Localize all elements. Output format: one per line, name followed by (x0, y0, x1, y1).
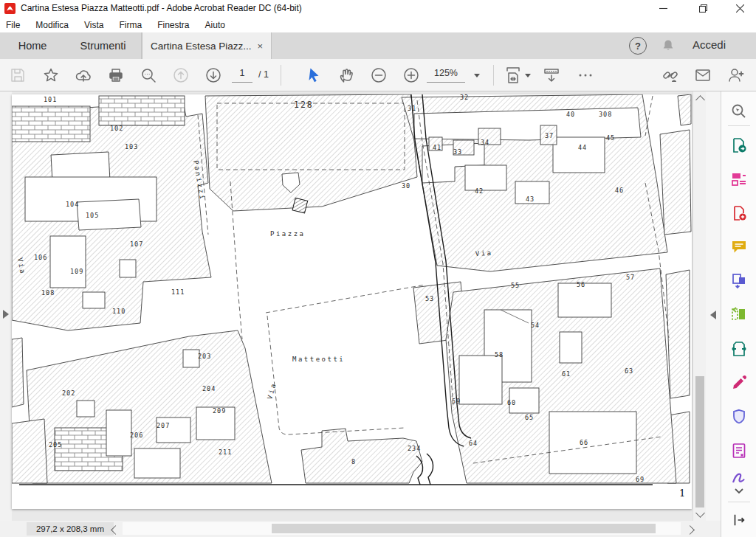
pdf-page[interactable]: 1 12810110210310410510610710810911011120… (12, 94, 692, 509)
parcel-label: 107 (130, 240, 143, 248)
menu-bar: File Modifica Vista Firma Finestra Aiuto (0, 17, 756, 32)
parcel-label: 8 (351, 458, 356, 465)
tools-sidebar (721, 91, 756, 537)
parcel-label: 30 (402, 182, 410, 190)
menu-modifica[interactable]: Modifica (35, 20, 69, 30)
parcel-label: 207 (157, 422, 170, 429)
left-pane-toggle[interactable] (3, 310, 9, 319)
expand-pane-button[interactable] (727, 509, 751, 531)
title-bar: Cartina Estesa Piazza Matteotti.pdf - Ad… (0, 0, 756, 17)
restore-button[interactable] (687, 0, 719, 17)
sidebar-divider (728, 502, 750, 502)
zoom-in-button[interactable] (402, 66, 420, 84)
parcel-label: 101 (44, 96, 57, 103)
comment-button[interactable] (727, 236, 751, 258)
request-signatures-button[interactable] (727, 440, 751, 462)
vertical-scrollbar[interactable] (693, 91, 706, 521)
tab-document[interactable]: Cartina Estesa Piazz... × (142, 32, 272, 59)
horizontal-scroll-thumb[interactable] (272, 524, 656, 533)
cadastral-map: 1 12810110210310410510610710810911011120… (12, 94, 692, 509)
parcel-label: 203 (198, 353, 211, 360)
share-cloud-button[interactable] (75, 66, 92, 84)
close-button[interactable] (724, 0, 756, 17)
parcel-label: 102 (110, 125, 123, 132)
vertical-scroll-thumb[interactable] (695, 376, 704, 507)
find-button[interactable] (140, 66, 157, 84)
save-button[interactable] (9, 66, 27, 84)
select-tool-button[interactable] (305, 66, 323, 84)
reading-mode-button[interactable] (543, 66, 560, 84)
edit-pdf-button[interactable] (727, 168, 751, 190)
draw-tool-button[interactable] (727, 471, 751, 485)
minimize-button[interactable] (647, 0, 679, 17)
zoom-level-input[interactable]: 125% (427, 68, 465, 83)
help-button[interactable]: ? (629, 37, 647, 55)
search-document-button[interactable] (727, 100, 751, 122)
parcel-label: 209 (213, 407, 226, 415)
parcel-label: 45 (606, 134, 615, 142)
fit-width-button[interactable] (504, 66, 522, 84)
horizontal-scrollbar[interactable] (123, 522, 681, 535)
parcel-label: 108 (41, 289, 55, 297)
parcel-label: 66 (580, 439, 588, 446)
menu-file[interactable]: File (6, 20, 20, 30)
pdf-page-number: 1 (679, 488, 685, 499)
next-page-button[interactable] (205, 66, 222, 84)
parcel-label: 40 (566, 111, 575, 118)
hand-icon (337, 66, 355, 84)
more-tools-button[interactable] (577, 66, 594, 84)
page-down-icon (205, 66, 222, 84)
export-pdf-button[interactable] (727, 134, 751, 156)
zoom-in-icon (402, 66, 420, 84)
parcel-label: 59 (452, 398, 461, 405)
export-pdf-icon (730, 136, 748, 154)
zoom-dropdown-caret-icon[interactable] (474, 74, 480, 77)
notifications-bell-icon[interactable] (661, 38, 676, 53)
fill-sign-button[interactable] (727, 372, 751, 394)
create-pdf-button[interactable] (727, 202, 751, 224)
compress-pdf-button[interactable] (727, 338, 751, 360)
zoom-out-icon (370, 66, 388, 84)
scroll-right-icon[interactable] (685, 525, 695, 535)
combine-files-button[interactable] (727, 270, 751, 292)
menu-firma[interactable]: Firma (120, 20, 142, 30)
tab-close-icon[interactable]: × (257, 41, 263, 52)
street-label: Piazza (270, 230, 306, 238)
fit-width-caret-icon[interactable] (525, 74, 531, 77)
scroll-up-icon[interactable] (695, 95, 705, 105)
menu-finestra[interactable]: Finestra (157, 20, 189, 30)
right-pane-toggle[interactable] (710, 311, 716, 319)
parcel-label: 64 (469, 440, 478, 447)
parcel-label: 234 (408, 445, 421, 452)
tab-home[interactable]: Home (0, 32, 65, 59)
parcel-label: 204 (202, 385, 216, 392)
document-signature-icon (730, 442, 748, 460)
favorite-button[interactable] (42, 66, 60, 84)
parcel-label: 58 (495, 351, 504, 358)
hand-tool-button[interactable] (337, 66, 355, 84)
zoom-out-button[interactable] (370, 66, 388, 84)
search-document-icon (730, 103, 748, 120)
more-tools-chevron[interactable] (727, 485, 751, 496)
sign-in-button[interactable]: Accedi (693, 38, 726, 51)
edit-pdf-icon (730, 170, 748, 188)
invite-person-button[interactable] (726, 66, 744, 84)
previous-page-button[interactable] (172, 66, 190, 84)
tab-strumenti[interactable]: Strumenti (65, 32, 142, 59)
protect-pdf-button[interactable] (727, 406, 751, 428)
organize-pages-button[interactable] (727, 304, 751, 326)
send-email-button[interactable] (694, 66, 712, 84)
share-link-button[interactable] (662, 66, 679, 84)
left-pane-strip (0, 91, 12, 521)
print-button[interactable] (107, 66, 125, 84)
menu-vista[interactable]: Vista (84, 20, 103, 30)
menu-aiuto[interactable]: Aiuto (205, 20, 225, 30)
chevron-down-icon (734, 488, 744, 494)
page-number-input[interactable]: 1 (232, 68, 252, 83)
print-icon (107, 66, 125, 84)
scroll-down-icon[interactable] (695, 508, 705, 518)
parcel-label: 60 (507, 399, 516, 406)
parcel-label: 46 (615, 187, 624, 194)
sidebar-divider (728, 125, 750, 126)
parcel-label: 69 (636, 476, 645, 483)
